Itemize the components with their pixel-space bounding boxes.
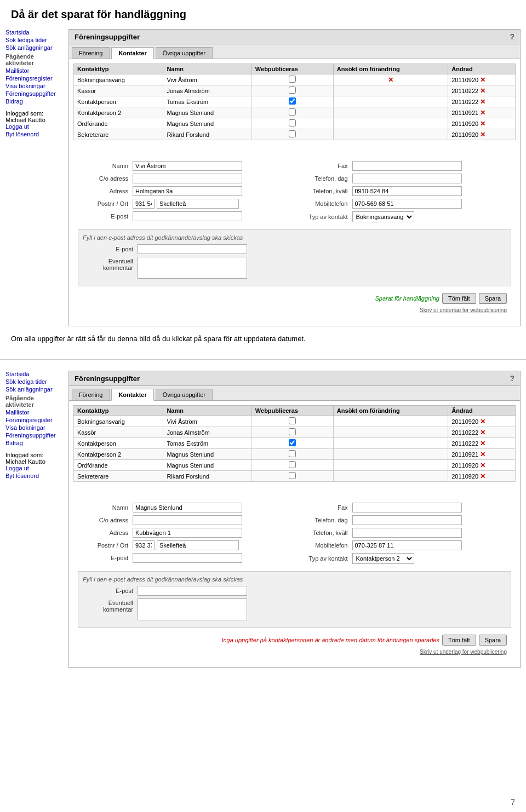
- email-input-b[interactable]: [133, 553, 242, 563]
- cell-changed: 20110920 ✕: [448, 416, 516, 427]
- cell-changed: 20110222 ✕: [448, 427, 516, 438]
- cell-ansok: [333, 129, 448, 140]
- sidebar-link-anlaggningar[interactable]: Sök anläggningar: [5, 44, 58, 51]
- comment-textarea-top[interactable]: [138, 257, 247, 279]
- web-checkbox[interactable]: [289, 428, 296, 435]
- delete-button[interactable]: ✕: [480, 451, 485, 458]
- mobil-input-b[interactable]: [352, 540, 462, 550]
- web-checkbox[interactable]: [289, 87, 296, 94]
- ort-input[interactable]: [157, 199, 239, 209]
- sidebar-bidrag[interactable]: Bidrag: [5, 98, 58, 105]
- mobil-input[interactable]: [352, 199, 462, 209]
- clear-button-top[interactable]: Töm fält: [442, 293, 476, 304]
- fax-input[interactable]: [352, 161, 462, 171]
- delete-button[interactable]: ✕: [480, 87, 485, 95]
- email-input[interactable]: [133, 211, 242, 221]
- delete-button[interactable]: ✕: [480, 120, 485, 128]
- cell-ansok: [333, 438, 448, 449]
- cell-name: Magnus Stenlund: [163, 449, 251, 460]
- cell-changed: 20110222 ✕: [448, 96, 516, 107]
- sidebar-link-anlaggningar-b[interactable]: Sök anläggningar: [5, 386, 58, 393]
- co-input-b[interactable]: [133, 515, 242, 525]
- telkvall-input[interactable]: [352, 186, 462, 196]
- delete-button[interactable]: ✕: [480, 131, 485, 139]
- sidebar-foreningsuppgifter-b[interactable]: Föreningsuppgifter: [5, 432, 58, 439]
- web-checkbox[interactable]: [289, 76, 296, 83]
- col-header-type-b: Kontakttyp: [74, 406, 163, 416]
- sidebar-link-lediga[interactable]: Sök lediga tider: [5, 37, 58, 43]
- password-link-b[interactable]: Byt lösenord: [5, 473, 58, 479]
- sidebar-foreningsregister[interactable]: Föreningsregister: [5, 75, 58, 82]
- clear-button-bottom[interactable]: Töm fält: [442, 635, 476, 646]
- delete-button[interactable]: ✕: [480, 98, 485, 106]
- address-input[interactable]: [133, 186, 242, 196]
- sidebar-maillistor-b[interactable]: Maillistor: [5, 409, 58, 416]
- delete-button[interactable]: ✕: [480, 109, 485, 117]
- print-button-bottom[interactable]: Skriv ut underlag för webpublicering: [420, 649, 507, 655]
- postal-row-b: [133, 540, 239, 550]
- tab-forening-top[interactable]: Förening: [72, 47, 110, 59]
- web-checkbox[interactable]: [289, 450, 296, 457]
- delete-button[interactable]: ✕: [480, 76, 485, 84]
- sidebar-visa-bokningar-b[interactable]: Visa bokningar: [5, 424, 58, 431]
- sidebar-visa-bokningar[interactable]: Visa bokningar: [5, 83, 58, 89]
- sidebar-foreningsuppgifter[interactable]: Föreningsuppgifter: [5, 90, 58, 97]
- postnr-input-b[interactable]: [133, 540, 155, 550]
- cell-name: Magnus Stenlund: [163, 107, 251, 118]
- web-checkbox[interactable]: [289, 108, 296, 116]
- email-field-bottom[interactable]: [138, 586, 247, 596]
- ort-input-b[interactable]: [157, 540, 239, 550]
- tab-forening-bottom[interactable]: Förening: [72, 389, 110, 400]
- comment-textarea-bottom[interactable]: [138, 598, 247, 620]
- teldag-input[interactable]: [352, 174, 462, 183]
- name-input-b[interactable]: [133, 503, 242, 512]
- tab-kontakter-bottom[interactable]: Kontakter: [111, 389, 153, 401]
- typ-select-b[interactable]: Bokningsansvarig Kassör Kontaktperson Ko…: [352, 553, 414, 564]
- sidebar-foreningsregister-b[interactable]: Föreningsregister: [5, 417, 58, 423]
- teldag-input-b[interactable]: [352, 515, 462, 525]
- web-checkbox[interactable]: [289, 119, 296, 126]
- telkvall-input-b[interactable]: [352, 528, 462, 538]
- web-checkbox[interactable]: [289, 417, 296, 424]
- form-row-telkvall-b: Telefon, kväll: [298, 528, 512, 538]
- sidebar-link-lediga-b[interactable]: Sök lediga tider: [5, 378, 58, 385]
- delete-button[interactable]: ✕: [480, 429, 485, 436]
- web-checkbox[interactable]: [289, 472, 296, 479]
- delete-button[interactable]: ✕: [480, 418, 485, 425]
- form-row-co: C/o adress: [78, 174, 292, 183]
- delete-button[interactable]: ✕: [480, 473, 485, 480]
- tab-ovriga-bottom[interactable]: Övriga uppgifter: [156, 389, 213, 400]
- logout-link-b[interactable]: Logga ut: [5, 465, 58, 471]
- web-checkbox[interactable]: [289, 130, 296, 137]
- fax-input-b[interactable]: [352, 503, 462, 512]
- name-input[interactable]: [133, 161, 242, 171]
- co-input[interactable]: [133, 174, 242, 183]
- comment-label-bottom: Eventuell kommentar: [83, 598, 138, 613]
- password-link[interactable]: Byt lösenord: [5, 131, 58, 137]
- address-input-b[interactable]: [133, 528, 242, 538]
- sidebar-link-home[interactable]: Startsida: [5, 29, 58, 36]
- cell-web: [251, 129, 333, 140]
- save-button-bottom[interactable]: Spara: [479, 635, 507, 646]
- logout-link[interactable]: Logga ut: [5, 123, 58, 130]
- web-checkbox[interactable]: [289, 461, 296, 468]
- sidebar-link-home-b[interactable]: Startsida: [5, 371, 58, 377]
- form-left: Namn C/o adress Adress: [78, 161, 292, 225]
- name-label-b: Namn: [78, 504, 133, 511]
- sidebar-bidrag-b[interactable]: Bidrag: [5, 440, 58, 446]
- print-button-top[interactable]: Skriv ut underlag för webpublicering: [420, 307, 507, 313]
- tab-ovriga-top[interactable]: Övriga uppgifter: [156, 47, 213, 59]
- email-field-top[interactable]: [138, 244, 247, 254]
- delete-button[interactable]: ✕: [480, 462, 485, 469]
- cell-name: Rikard Forslund: [163, 471, 251, 482]
- web-checkbox[interactable]: [289, 439, 296, 446]
- tab-kontakter-top[interactable]: Kontakter: [111, 47, 153, 59]
- typ-select[interactable]: Bokningsansvarig Kassör Kontaktperson Ko…: [352, 211, 414, 222]
- panel-question-top[interactable]: ?: [510, 32, 514, 41]
- save-button-top[interactable]: Spara: [479, 293, 507, 304]
- postnr-input[interactable]: [133, 199, 155, 209]
- delete-button[interactable]: ✕: [480, 440, 485, 447]
- panel-question-bottom[interactable]: ?: [510, 374, 514, 383]
- web-checkbox[interactable]: [289, 97, 296, 105]
- sidebar-maillistor[interactable]: Maillistor: [5, 67, 58, 74]
